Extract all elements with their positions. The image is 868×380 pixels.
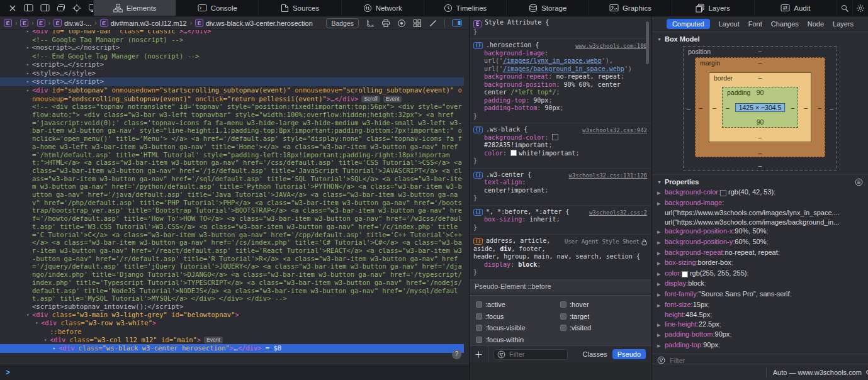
badges-button[interactable]: Badges [326, 18, 359, 28]
disclosure-triangle[interactable]: ▶ [657, 270, 665, 279]
border-bottom-value[interactable]: – [758, 133, 762, 141]
styles-scrollbar-thumb[interactable] [646, 21, 649, 64]
pseudo-checkbox-focus-visible[interactable]: :focus-visible [476, 324, 560, 332]
breadcrumb-item[interactable]: Ediv#main.w3-col.l12.m12 [100, 19, 187, 27]
tab-elements[interactable]: Elements [93, 0, 176, 16]
disclosure-arrow[interactable]: ▾ [26, 311, 32, 320]
rule-type-icon[interactable]: {} [473, 42, 483, 49]
rule-type-icon[interactable]: E [473, 20, 482, 28]
computed-property-row[interactable]: ▶line-height: 22.5px; [652, 320, 868, 330]
dom-tree-node[interactable]: ▸<script>…</script> [0, 77, 464, 86]
disclosure-triangle[interactable]: ▶ [657, 199, 665, 209]
border-right-value[interactable]: – [804, 104, 808, 111]
ruler-icon[interactable] [366, 19, 375, 28]
disclosure-triangle[interactable]: ▶ [657, 301, 665, 311]
tab-sources[interactable]: Sources [258, 0, 341, 16]
dom-tree-node[interactable]: ▾<div class="w3-main w3-light-grey" id="… [0, 311, 464, 320]
properties-section-header[interactable]: ▼ Properties [652, 174, 868, 187]
computed-property-row[interactable]: ▶display: block; [652, 279, 868, 289]
css-declaration[interactable]: background-repeat: no-repeat, repeat; [473, 73, 647, 81]
classes-toggle[interactable]: Classes [583, 350, 607, 359]
dom-tree-node[interactable]: <!-- Google Tag Manager (noscript) --> [0, 36, 464, 44]
margin-right-value[interactable]: – [818, 104, 821, 111]
dom-tree-node[interactable]: <script>subtopnav_intoview();</script> [0, 303, 464, 311]
disclosure-arrow[interactable]: ▾ [35, 320, 41, 328]
margin-ring[interactable]: margin – – – – border – – – – padding 90… [695, 57, 825, 157]
details-tab-layout[interactable]: Layout [719, 20, 740, 28]
dom-tree-node[interactable]: ▸<div id="subtopnav" onmousedown="starts… [0, 86, 464, 103]
tab-network[interactable]: Network [341, 0, 424, 16]
sidebar-toggle-icon[interactable] [452, 19, 462, 27]
tab-storage[interactable]: Storage [506, 0, 589, 16]
margin-left-value[interactable]: – [699, 104, 702, 111]
css-declaration[interactable]: background-color: #282A35!important; [473, 134, 647, 150]
dom-tree-node[interactable]: ▸<noscript>…</noscript> [0, 43, 464, 52]
disclosure-arrow[interactable]: ▸ [26, 30, 32, 36]
dom-tree-node[interactable]: ▸<div class="ws-black w3-center herosect… [0, 344, 464, 353]
css-declaration[interactable]: url('/images/lynx_in_space.webp'), [473, 57, 647, 65]
tab-layers[interactable]: Layers [672, 0, 754, 16]
disclosure-triangle[interactable]: ▶ [657, 331, 665, 340]
css-declaration[interactable]: padding-bottom: 90px; [473, 104, 647, 113]
panel-right-icon[interactable] [40, 4, 50, 12]
checkbox[interactable] [560, 301, 566, 308]
css-declaration[interactable]: background-position: 90% 60%, center [473, 81, 647, 89]
css-declaration[interactable]: text-align: center!important; [473, 179, 647, 194]
element-picker-icon[interactable] [72, 4, 81, 13]
disclosure-triangle[interactable]: ▶ [657, 238, 665, 248]
disclosure-triangle[interactable]: ▶ [657, 342, 665, 351]
computed-property-row[interactable]: ▶background-image: [652, 198, 868, 209]
css-declaration[interactable]: display: block; [473, 261, 647, 269]
disclosure-triangle[interactable]: ▶ [657, 259, 665, 269]
css-declaration[interactable]: background-image: [473, 50, 647, 58]
dom-tree-node[interactable]: ▸<style>…</style> [0, 69, 464, 78]
pseudo-checkbox-active[interactable]: :active [476, 301, 560, 309]
dom-tree-node[interactable]: ::before [0, 328, 464, 336]
dom-tree-node[interactable]: ▾<div class="w3-row w3-white"> [0, 319, 464, 328]
computed-property-row[interactable]: ▶background-repeat: no-repeat, repeat; [652, 248, 868, 259]
css-declaration[interactable]: color: white!important; [473, 150, 647, 158]
details-tab-layers[interactable]: Layers [833, 20, 854, 28]
checkbox[interactable] [476, 313, 482, 320]
checkbox[interactable] [476, 325, 482, 331]
brush-icon[interactable] [429, 19, 437, 28]
padding-top-value[interactable]: 90 [757, 89, 764, 96]
disclosure-triangle[interactable]: ▶ [657, 249, 665, 259]
disclosure-triangle[interactable]: ▶ [657, 228, 665, 237]
breadcrumb-item[interactable]: E [20, 19, 28, 27]
computed-property-row[interactable]: ▶color: rgb(255, 255, 255); [652, 269, 868, 279]
color-swatch[interactable] [720, 190, 726, 196]
properties-options-icon[interactable] [855, 178, 863, 186]
help-button[interactable]: ? [452, 350, 461, 359]
tab-graphics[interactable]: Graphics [589, 0, 671, 16]
computed-property-row[interactable]: ▶padding-bottom: 90px; [652, 330, 868, 340]
css-declaration[interactable]: url('/images/background_in_space.webp') [473, 65, 647, 74]
rule-type-icon[interactable]: {} [473, 209, 483, 216]
padding-right-value[interactable]: – [791, 104, 794, 111]
checkbox[interactable] [476, 337, 482, 343]
disclosure-triangle[interactable]: ▶ [657, 189, 665, 198]
position-bottom-value[interactable]: – [758, 162, 762, 169]
disclosure-arrow[interactable]: ▸ [26, 78, 32, 86]
padding-ring[interactable]: padding 90 90 – – 1425 × ~304.5 [722, 87, 798, 128]
position-left-value[interactable]: – [687, 104, 690, 112]
breadcrumb-item[interactable]: Ediv.w3-... [54, 19, 91, 27]
computed-property-row[interactable]: ▶padding-top: 90px; [652, 340, 868, 351]
settings-button[interactable] [852, 0, 868, 16]
disclosure-triangle[interactable]: ▶ [657, 280, 665, 289]
tab-timelines[interactable]: Timelines [424, 0, 506, 16]
dom-tree-node[interactable]: ▸<script>…</script> [0, 60, 464, 69]
details-tab-changes[interactable]: Changes [771, 20, 799, 28]
pseudo-checkbox-target[interactable]: :target [560, 313, 645, 321]
color-swatch[interactable] [552, 134, 558, 140]
pseudo-checkbox-visited[interactable]: :visited [560, 324, 645, 332]
breadcrumb-item[interactable]: E [37, 19, 45, 27]
disclosure-arrow[interactable]: ▸ [26, 44, 32, 52]
box-model-diagram[interactable]: position – – – – margin – – – – border –… [683, 46, 837, 170]
dom-tree-node[interactable]: ▾<div class="w3-col l12 m12" id="main">E… [0, 336, 464, 345]
search-button[interactable] [837, 0, 852, 16]
disclosure-arrow[interactable]: ▸ [26, 87, 32, 95]
stylesheet-link[interactable]: w3schools32.css:942 [582, 126, 647, 135]
css-declaration[interactable]: box-sizing: inherit; [473, 216, 647, 224]
tab-audit[interactable]: Audit [754, 0, 837, 16]
